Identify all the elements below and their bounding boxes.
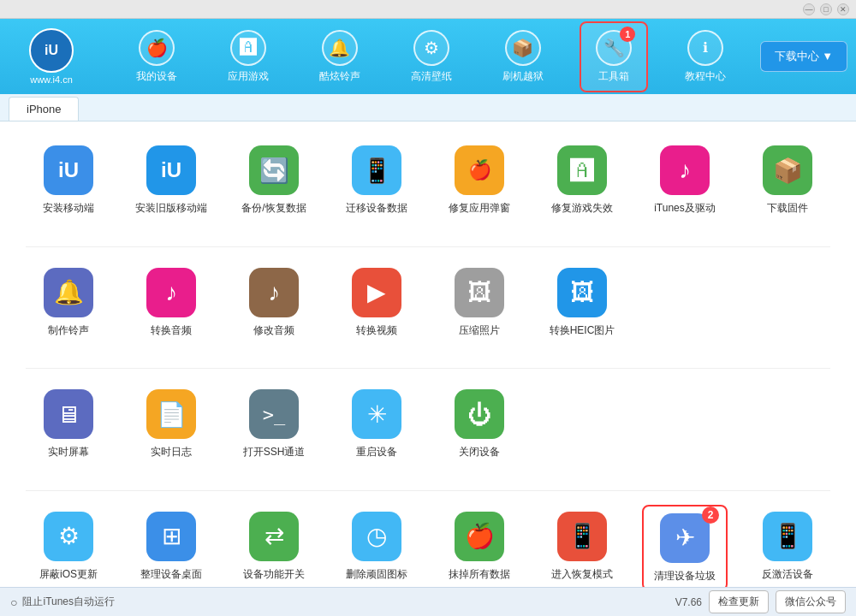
- toolbox-badge: 1: [620, 27, 635, 42]
- firmware-label: 下载固件: [767, 202, 808, 216]
- block-update-icon: ⚙: [44, 512, 93, 561]
- nav-tutorials-label: 教程中心: [685, 69, 726, 84]
- nav-my-device-label: 我的设备: [136, 69, 177, 84]
- fix-popup-label: 修复应用弹窗: [449, 202, 510, 216]
- screen-label: 实时屏幕: [48, 446, 89, 459]
- tool-conv-video[interactable]: ▶ 转换视频: [334, 261, 419, 345]
- nav-ringtones[interactable]: 🔔 酷炫铃声: [306, 23, 374, 91]
- nav-tutorials[interactable]: ℹ 教程中心: [671, 23, 740, 91]
- firmware-icon: 📦: [763, 145, 812, 195]
- nav-wallpapers[interactable]: ⚙ 高清壁纸: [397, 23, 466, 91]
- tool-ssh[interactable]: >_ 打开SSH通道: [231, 382, 317, 466]
- itunes-label: iTunes及驱动: [654, 202, 716, 216]
- jailbreak-icon: 📦: [505, 30, 541, 66]
- tool-delete-icon[interactable]: ◷ 删除顽固图标: [334, 505, 419, 587]
- log-label: 实时日志: [151, 446, 192, 459]
- nav-jailbreak[interactable]: 📦 刷机越狱: [489, 23, 557, 91]
- tool-ringtone[interactable]: 🔔 制作铃声: [26, 261, 111, 345]
- wipe-icon: 🍎: [455, 512, 504, 561]
- download-btn[interactable]: 下载中心 ▼: [760, 41, 847, 72]
- tutorials-icon: ℹ: [687, 30, 723, 66]
- status-right: V7.66 检查更新 微信公众号: [675, 590, 846, 613]
- install-mobile-icon: iU: [44, 145, 93, 195]
- tool-row-1: iU 安装移动端 iU 安装旧版移动端 🔄 备份/恢复数据 📱 迁移设备数据: [26, 139, 830, 222]
- tool-wipe[interactable]: 🍎 抹掉所有数据: [437, 505, 522, 587]
- wechat-btn[interactable]: 微信公众号: [776, 590, 846, 613]
- conv-audio-icon: ♪: [146, 268, 196, 317]
- install-old-icon: iU: [146, 145, 196, 195]
- recovery-label: 进入恢复模式: [551, 568, 613, 582]
- tool-desktop[interactable]: ⊞ 整理设备桌面: [128, 505, 214, 587]
- deactivate-label: 反激活设备: [762, 568, 813, 582]
- tool-reboot[interactable]: ✳ 重启设备: [334, 382, 419, 466]
- tool-install-old[interactable]: iU 安装旧版移动端: [128, 139, 214, 222]
- title-bar: — □ ✕: [0, 0, 856, 19]
- tool-migrate[interactable]: 📱 迁移设备数据: [334, 139, 419, 222]
- tool-block-update[interactable]: ⚙ 屏蔽iOS更新: [26, 505, 111, 587]
- close-btn[interactable]: ✕: [837, 3, 849, 15]
- heic-label: 转换HEIC图片: [550, 324, 615, 338]
- nav-jailbreak-label: 刷机越狱: [502, 69, 544, 84]
- tool-screen[interactable]: 🖥 实时屏幕: [26, 382, 111, 466]
- tool-edit-audio[interactable]: ♪ 修改音频: [231, 261, 317, 345]
- tool-backup[interactable]: 🔄 备份/恢复数据: [231, 139, 317, 222]
- nav-wallpapers-label: 高清壁纸: [411, 69, 452, 84]
- itunes-stop-icon: ○: [10, 595, 17, 609]
- tool-clean-junk[interactable]: 2 ✈ 清理设备垃圾: [642, 505, 728, 587]
- tool-log[interactable]: 📄 实时日志: [128, 382, 214, 466]
- tab-iphone[interactable]: iPhone: [9, 97, 79, 121]
- fix-game-icon: 🅰: [557, 145, 607, 195]
- nav-my-device[interactable]: 🍎 我的设备: [122, 23, 191, 91]
- tool-function-switch[interactable]: ⇄ 设备功能开关: [231, 505, 317, 587]
- fix-game-label: 修复游戏失效: [551, 202, 613, 216]
- maximize-btn[interactable]: □: [820, 3, 832, 15]
- itunes-icon: ♪: [660, 145, 710, 195]
- tool-install-mobile[interactable]: iU 安装移动端: [26, 139, 111, 222]
- tool-itunes[interactable]: ♪ iTunes及驱动: [642, 139, 728, 222]
- tool-firmware[interactable]: 📦 下载固件: [745, 139, 830, 222]
- wallpapers-icon: ⚙: [413, 30, 449, 66]
- tools-grid: iU 安装移动端 iU 安装旧版移动端 🔄 备份/恢复数据 📱 迁移设备数据: [26, 139, 830, 587]
- tool-compress[interactable]: 🖼 压缩照片: [437, 261, 522, 345]
- tool-shutdown[interactable]: ⏻ 关闭设备: [437, 382, 522, 466]
- tool-recovery[interactable]: 📱 进入恢复模式: [539, 505, 625, 587]
- divider-3: [26, 490, 830, 491]
- reboot-label: 重启设备: [356, 446, 397, 459]
- my-device-icon: 🍎: [139, 30, 175, 66]
- logo-url: www.i4.cn: [30, 74, 73, 85]
- install-old-label: 安装旧版移动端: [135, 202, 207, 216]
- desktop-label: 整理设备桌面: [140, 568, 202, 582]
- screen-icon: 🖥: [44, 389, 93, 439]
- itunes-stop-text: 阻止iTunes自动运行: [22, 595, 115, 609]
- tool-fix-game[interactable]: 🅰 修复游戏失效: [539, 139, 625, 222]
- delete-icon-icon: ◷: [352, 512, 401, 561]
- logo-area: iU www.i4.cn: [9, 28, 94, 85]
- tool-conv-audio[interactable]: ♪ 转换音频: [128, 261, 214, 345]
- tool-heic[interactable]: 🖼 转换HEIC图片: [539, 261, 625, 345]
- apps-games-icon: 🅰: [230, 30, 266, 66]
- tool-row-4: ⚙ 屏蔽iOS更新 ⊞ 整理设备桌面 ⇄ 设备功能开关 ◷ 删除顽固图标 🍎 抹…: [26, 505, 830, 587]
- nav-apps-games[interactable]: 🅰 应用游戏: [214, 23, 282, 91]
- tool-row-2: 🔔 制作铃声 ♪ 转换音频 ♪ 修改音频 ▶ 转换视频 🖼 压缩照片 🖼 转换: [26, 261, 830, 345]
- tab-bar: iPhone: [0, 94, 856, 121]
- clean-junk-label: 清理设备垃圾: [654, 570, 716, 583]
- shutdown-label: 关闭设备: [459, 446, 500, 459]
- reboot-icon: ✳: [352, 389, 401, 439]
- ringtone-icon: 🔔: [44, 268, 93, 317]
- recovery-icon: 📱: [557, 512, 607, 561]
- nav-toolbox[interactable]: 🔧 1 工具箱: [580, 21, 648, 92]
- tool-fix-popup[interactable]: 🍎 修复应用弹窗: [437, 139, 522, 222]
- check-update-btn[interactable]: 检查更新: [709, 590, 769, 613]
- install-mobile-label: 安装移动端: [43, 202, 94, 216]
- ringtone-label: 制作铃声: [48, 324, 89, 338]
- conv-video-icon: ▶: [352, 268, 401, 317]
- edit-audio-icon: ♪: [249, 268, 299, 317]
- ssh-icon: >_: [249, 389, 299, 439]
- edit-audio-label: 修改音频: [253, 324, 294, 338]
- minimize-btn[interactable]: —: [803, 3, 815, 15]
- function-switch-icon: ⇄: [249, 512, 299, 561]
- tool-deactivate[interactable]: 📱 反激活设备: [745, 505, 830, 587]
- function-switch-label: 设备功能开关: [243, 568, 305, 582]
- desktop-icon: ⊞: [146, 512, 196, 561]
- status-bar: ○ 阻止iTunes自动运行 V7.66 检查更新 微信公众号: [0, 587, 856, 616]
